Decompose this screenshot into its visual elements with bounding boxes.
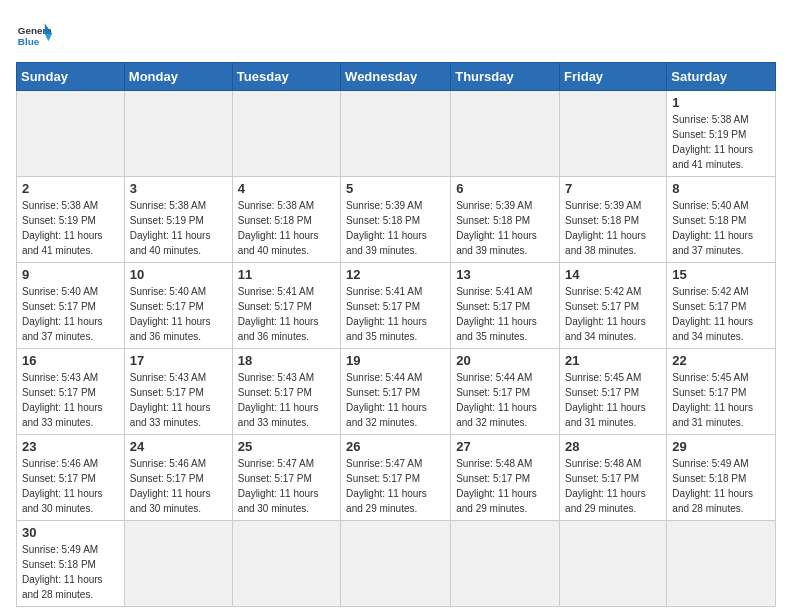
day-number: 22 xyxy=(672,353,770,368)
day-number: 13 xyxy=(456,267,554,282)
sunset-label: Sunset: 5:17 PM xyxy=(456,387,530,398)
day-cell: 15Sunrise: 5:42 AMSunset: 5:17 PMDayligh… xyxy=(667,263,776,349)
weekday-header-thursday: Thursday xyxy=(451,63,560,91)
day-cell: 17Sunrise: 5:43 AMSunset: 5:17 PMDayligh… xyxy=(124,349,232,435)
day-info: Sunrise: 5:48 AMSunset: 5:17 PMDaylight:… xyxy=(565,456,661,516)
day-number: 1 xyxy=(672,95,770,110)
sunset-label: Sunset: 5:17 PM xyxy=(346,387,420,398)
day-number: 15 xyxy=(672,267,770,282)
sunrise-label: Sunrise: 5:41 AM xyxy=(346,286,422,297)
week-row-3: 9Sunrise: 5:40 AMSunset: 5:17 PMDaylight… xyxy=(17,263,776,349)
daylight-label: Daylight: 11 hours and 33 minutes. xyxy=(130,402,211,428)
day-cell xyxy=(232,521,340,607)
sunset-label: Sunset: 5:18 PM xyxy=(565,215,639,226)
day-info: Sunrise: 5:38 AMSunset: 5:18 PMDaylight:… xyxy=(238,198,335,258)
day-number: 25 xyxy=(238,439,335,454)
logo-icon: General Blue xyxy=(16,16,52,52)
sunrise-label: Sunrise: 5:47 AM xyxy=(238,458,314,469)
sunrise-label: Sunrise: 5:40 AM xyxy=(672,200,748,211)
day-info: Sunrise: 5:40 AMSunset: 5:17 PMDaylight:… xyxy=(130,284,227,344)
day-info: Sunrise: 5:42 AMSunset: 5:17 PMDaylight:… xyxy=(565,284,661,344)
day-cell: 26Sunrise: 5:47 AMSunset: 5:17 PMDayligh… xyxy=(341,435,451,521)
day-cell: 8Sunrise: 5:40 AMSunset: 5:18 PMDaylight… xyxy=(667,177,776,263)
day-info: Sunrise: 5:46 AMSunset: 5:17 PMDaylight:… xyxy=(22,456,119,516)
sunset-label: Sunset: 5:18 PM xyxy=(238,215,312,226)
sunrise-label: Sunrise: 5:48 AM xyxy=(565,458,641,469)
day-cell: 6Sunrise: 5:39 AMSunset: 5:18 PMDaylight… xyxy=(451,177,560,263)
sunrise-label: Sunrise: 5:43 AM xyxy=(130,372,206,383)
daylight-label: Daylight: 11 hours and 29 minutes. xyxy=(565,488,646,514)
daylight-label: Daylight: 11 hours and 39 minutes. xyxy=(346,230,427,256)
sunrise-label: Sunrise: 5:48 AM xyxy=(456,458,532,469)
day-info: Sunrise: 5:43 AMSunset: 5:17 PMDaylight:… xyxy=(238,370,335,430)
day-cell xyxy=(560,91,667,177)
day-info: Sunrise: 5:41 AMSunset: 5:17 PMDaylight:… xyxy=(346,284,445,344)
day-info: Sunrise: 5:41 AMSunset: 5:17 PMDaylight:… xyxy=(238,284,335,344)
sunrise-label: Sunrise: 5:38 AM xyxy=(130,200,206,211)
day-cell: 27Sunrise: 5:48 AMSunset: 5:17 PMDayligh… xyxy=(451,435,560,521)
day-number: 9 xyxy=(22,267,119,282)
sunrise-label: Sunrise: 5:41 AM xyxy=(238,286,314,297)
day-number: 12 xyxy=(346,267,445,282)
sunrise-label: Sunrise: 5:44 AM xyxy=(346,372,422,383)
day-info: Sunrise: 5:43 AMSunset: 5:17 PMDaylight:… xyxy=(22,370,119,430)
daylight-label: Daylight: 11 hours and 34 minutes. xyxy=(672,316,753,342)
day-number: 8 xyxy=(672,181,770,196)
sunrise-label: Sunrise: 5:49 AM xyxy=(672,458,748,469)
day-cell: 13Sunrise: 5:41 AMSunset: 5:17 PMDayligh… xyxy=(451,263,560,349)
sunrise-label: Sunrise: 5:39 AM xyxy=(456,200,532,211)
sunset-label: Sunset: 5:17 PM xyxy=(22,387,96,398)
daylight-label: Daylight: 11 hours and 33 minutes. xyxy=(238,402,319,428)
daylight-label: Daylight: 11 hours and 36 minutes. xyxy=(238,316,319,342)
day-number: 7 xyxy=(565,181,661,196)
daylight-label: Daylight: 11 hours and 39 minutes. xyxy=(456,230,537,256)
sunrise-label: Sunrise: 5:45 AM xyxy=(565,372,641,383)
daylight-label: Daylight: 11 hours and 31 minutes. xyxy=(565,402,646,428)
daylight-label: Daylight: 11 hours and 37 minutes. xyxy=(672,230,753,256)
sunrise-label: Sunrise: 5:38 AM xyxy=(672,114,748,125)
sunrise-label: Sunrise: 5:41 AM xyxy=(456,286,532,297)
daylight-label: Daylight: 11 hours and 29 minutes. xyxy=(456,488,537,514)
day-number: 2 xyxy=(22,181,119,196)
sunrise-label: Sunrise: 5:39 AM xyxy=(346,200,422,211)
daylight-label: Daylight: 11 hours and 32 minutes. xyxy=(346,402,427,428)
daylight-label: Daylight: 11 hours and 35 minutes. xyxy=(456,316,537,342)
daylight-label: Daylight: 11 hours and 40 minutes. xyxy=(130,230,211,256)
daylight-label: Daylight: 11 hours and 41 minutes. xyxy=(22,230,103,256)
week-row-1: 1Sunrise: 5:38 AMSunset: 5:19 PMDaylight… xyxy=(17,91,776,177)
sunset-label: Sunset: 5:17 PM xyxy=(672,301,746,312)
day-number: 17 xyxy=(130,353,227,368)
sunset-label: Sunset: 5:18 PM xyxy=(22,559,96,570)
day-cell: 11Sunrise: 5:41 AMSunset: 5:17 PMDayligh… xyxy=(232,263,340,349)
sunset-label: Sunset: 5:17 PM xyxy=(130,387,204,398)
day-cell: 7Sunrise: 5:39 AMSunset: 5:18 PMDaylight… xyxy=(560,177,667,263)
day-cell xyxy=(341,521,451,607)
svg-marker-3 xyxy=(45,34,52,41)
sunset-label: Sunset: 5:17 PM xyxy=(565,387,639,398)
day-info: Sunrise: 5:38 AMSunset: 5:19 PMDaylight:… xyxy=(22,198,119,258)
day-number: 11 xyxy=(238,267,335,282)
sunrise-label: Sunrise: 5:42 AM xyxy=(565,286,641,297)
sunset-label: Sunset: 5:17 PM xyxy=(346,301,420,312)
day-cell: 23Sunrise: 5:46 AMSunset: 5:17 PMDayligh… xyxy=(17,435,125,521)
day-cell: 20Sunrise: 5:44 AMSunset: 5:17 PMDayligh… xyxy=(451,349,560,435)
daylight-label: Daylight: 11 hours and 29 minutes. xyxy=(346,488,427,514)
sunset-label: Sunset: 5:17 PM xyxy=(22,473,96,484)
day-number: 5 xyxy=(346,181,445,196)
day-cell: 3Sunrise: 5:38 AMSunset: 5:19 PMDaylight… xyxy=(124,177,232,263)
sunset-label: Sunset: 5:17 PM xyxy=(456,301,530,312)
sunset-label: Sunset: 5:17 PM xyxy=(456,473,530,484)
day-cell xyxy=(124,91,232,177)
day-number: 4 xyxy=(238,181,335,196)
day-cell xyxy=(17,91,125,177)
day-info: Sunrise: 5:38 AMSunset: 5:19 PMDaylight:… xyxy=(130,198,227,258)
day-info: Sunrise: 5:47 AMSunset: 5:17 PMDaylight:… xyxy=(238,456,335,516)
day-cell: 25Sunrise: 5:47 AMSunset: 5:17 PMDayligh… xyxy=(232,435,340,521)
sunrise-label: Sunrise: 5:40 AM xyxy=(22,286,98,297)
weekday-header-sunday: Sunday xyxy=(17,63,125,91)
sunrise-label: Sunrise: 5:38 AM xyxy=(22,200,98,211)
day-info: Sunrise: 5:41 AMSunset: 5:17 PMDaylight:… xyxy=(456,284,554,344)
daylight-label: Daylight: 11 hours and 34 minutes. xyxy=(565,316,646,342)
sunrise-label: Sunrise: 5:46 AM xyxy=(130,458,206,469)
day-number: 24 xyxy=(130,439,227,454)
